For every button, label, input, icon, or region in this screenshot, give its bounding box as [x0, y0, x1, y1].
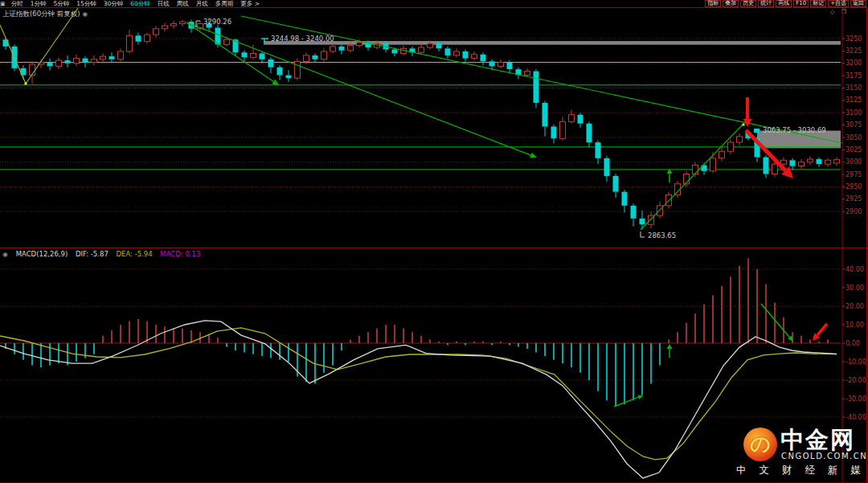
candle [419, 47, 424, 52]
anchor-dot [25, 83, 27, 85]
candle [392, 50, 398, 54]
macd-axis-label: -10.00 [845, 358, 867, 366]
price-axis-label: 3050 [845, 134, 867, 141]
candle [286, 76, 292, 79]
candle [613, 176, 619, 192]
candle [224, 39, 230, 44]
candle [171, 24, 177, 26]
candle [587, 124, 592, 142]
price-axis-label: 3125 [845, 96, 867, 104]
zigzag-line [0, 8, 78, 84]
candle [109, 56, 115, 59]
candle [764, 158, 769, 174]
candle [304, 55, 309, 61]
candle [277, 68, 283, 76]
candle [799, 162, 805, 166]
candle [180, 22, 186, 23]
candle [242, 52, 248, 57]
chart-frame [0, 7, 868, 483]
watermark: の 中金网 CNGOLD.COM.CN 中 文 财 经 新 媒 体 [725, 424, 862, 481]
price-callout: 3290.26 [203, 18, 231, 26]
candle [330, 47, 336, 51]
candle [445, 48, 451, 55]
price-callout: 3244.98 - 3240.00 [271, 35, 334, 43]
candle [560, 121, 566, 138]
candle [534, 72, 539, 103]
annotation-arrow-shaft [817, 324, 827, 335]
candle [348, 46, 354, 51]
chart-canvas[interactable]: 3290.263244.98 - 3240.003063.75 - 3030.6… [0, 0, 868, 483]
candle [790, 160, 796, 166]
candle [834, 160, 840, 163]
candle [640, 219, 645, 224]
macd-axis-label: -30.00 [845, 395, 867, 403]
candle [710, 158, 716, 171]
candle [507, 63, 513, 70]
annotation-arrow-head [272, 80, 279, 85]
candle [454, 51, 460, 55]
candle [260, 53, 265, 59]
macd-axis-label: 20.00 [845, 303, 867, 310]
candle [162, 26, 168, 29]
candle [74, 59, 80, 63]
price-axis-label: 3175 [845, 72, 867, 80]
price-axis-label: 3250 [845, 35, 867, 43]
price-axis-label: 3075 [845, 121, 867, 129]
macd-axis-label: -40.00 [845, 414, 867, 421]
price-axis-label: 2975 [845, 171, 867, 178]
candle [436, 43, 442, 48]
candle [737, 137, 743, 142]
price-axis-label: 3100 [845, 109, 867, 117]
annotation-arrow-shaft [614, 397, 638, 407]
candle [472, 55, 477, 59]
candlestick-series [3, 18, 840, 229]
candle [498, 63, 504, 67]
candle [781, 160, 787, 164]
candle [357, 43, 362, 46]
candle [825, 160, 831, 164]
candle [578, 115, 583, 124]
macd-axis-label: 0.00 [845, 340, 867, 347]
candle [118, 51, 124, 59]
candle [145, 35, 150, 42]
candle [772, 164, 778, 174]
candle [622, 192, 628, 206]
logo-swirl-glyph: の [743, 428, 777, 461]
candle [551, 126, 557, 138]
macd-histogram [6, 258, 837, 406]
candle [56, 60, 62, 66]
candle [596, 142, 601, 158]
candle [154, 29, 159, 35]
candle [525, 72, 530, 76]
candle [728, 142, 734, 151]
candle [251, 53, 256, 57]
dif-line [0, 321, 837, 478]
callout-square [754, 129, 760, 133]
trading-app-window: ▣ 分时1分钟5分钟15分钟30分钟60分钟日线周线月线多周期更多 > 指标叠加… [0, 0, 868, 483]
candle [268, 59, 274, 68]
price-axis-label: 3225 [845, 47, 867, 55]
grid-lines [0, 39, 841, 417]
candle [604, 158, 610, 176]
candle [719, 151, 725, 158]
candle [481, 55, 486, 62]
annotation-arrow-shaft [186, 23, 273, 82]
price-axis-label: 2925 [845, 195, 867, 203]
candle [47, 63, 53, 67]
candle [100, 56, 106, 59]
candle [321, 51, 327, 59]
candle [808, 159, 813, 162]
price-axis-label: 3025 [845, 146, 867, 153]
price-callout: 2863.65 [648, 231, 676, 239]
price-axis-label: 3150 [845, 84, 867, 92]
macd-axis-label: 30.00 [845, 284, 867, 292]
price-axis-label: 3000 [845, 158, 867, 166]
price-callout: 3063.75 - 3030.69 [763, 126, 826, 134]
candle [295, 61, 301, 78]
price-axis-label: 3200 [845, 59, 867, 67]
price-axis-label: 2900 [845, 208, 867, 215]
trendline [641, 124, 743, 230]
macd-axis-label: 10.00 [845, 321, 867, 329]
annotation-arrow-head [530, 153, 537, 158]
price-callout-labels: 3290.263244.98 - 3240.003063.75 - 3030.6… [196, 18, 826, 239]
